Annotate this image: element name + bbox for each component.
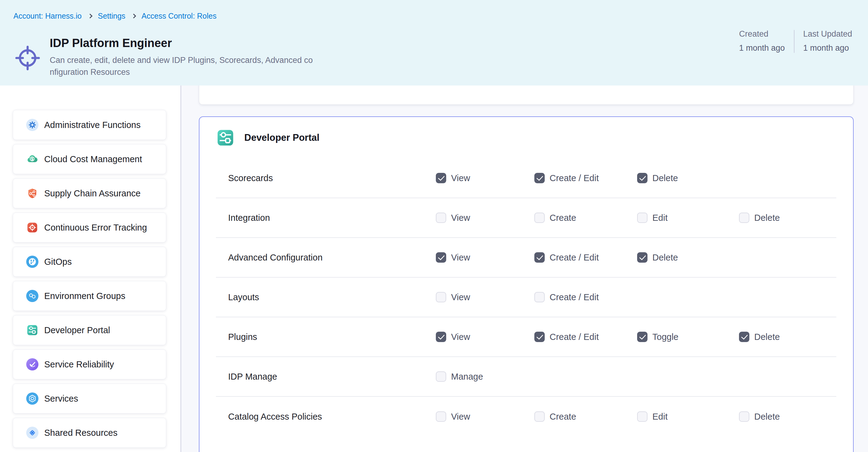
permission-row-layouts: Layouts View Create / Edit xyxy=(216,278,836,317)
plugins-view-checkbox[interactable] xyxy=(436,332,446,342)
plugins-create-edit-checkbox[interactable] xyxy=(534,332,545,342)
permission-cell: Create xyxy=(534,412,576,422)
permission-label: View xyxy=(451,253,470,263)
permission-row-idp-manage: IDP Manage Manage xyxy=(216,357,836,397)
chevron-right-icon xyxy=(131,14,136,19)
permission-label: View xyxy=(451,412,470,422)
permission-cell: Create / Edit xyxy=(534,173,599,183)
advanced-configuration-view-checkbox[interactable] xyxy=(436,252,446,263)
module-title: Developer Portal xyxy=(244,132,319,143)
integration-delete-checkbox[interactable] xyxy=(739,213,749,223)
role-description: Can create, edit, delete and view IDP Pl… xyxy=(50,54,313,78)
breadcrumb-roles-link[interactable]: Access Control: Roles xyxy=(142,11,217,21)
permission-label: Delete xyxy=(652,253,678,263)
last-updated-block: Last Updated 1 month ago xyxy=(803,29,852,53)
permission-label: Toggle xyxy=(652,332,678,342)
permissions-main: Developer Portal Scorecards View Create … xyxy=(181,86,868,452)
advanced-configuration-delete-checkbox[interactable] xyxy=(637,252,648,263)
permission-cell: Delete xyxy=(637,252,678,263)
permission-row-advanced-configuration: Advanced Configuration View Create / Edi… xyxy=(216,238,836,278)
sidebar-item-continuous-error-tracking[interactable]: Continuous Error Tracking xyxy=(13,213,166,243)
scorecards-view-checkbox[interactable] xyxy=(436,173,446,183)
last-updated-label: Last Updated xyxy=(803,29,852,39)
permission-label: Create / Edit xyxy=(550,173,599,183)
permission-cell: View xyxy=(436,332,470,342)
developer-portal-icon xyxy=(26,324,38,336)
sidebar-item-service-reliability[interactable]: Service Reliability xyxy=(13,349,166,379)
permission-label: Create / Edit xyxy=(550,332,599,342)
permission-cell: Delete xyxy=(739,213,780,223)
sidebar-item-label: GitOps xyxy=(44,257,72,267)
permission-cell: Manage xyxy=(436,371,483,382)
sidebar-item-developer-portal[interactable]: Developer Portal xyxy=(13,315,166,345)
permission-label: View xyxy=(451,292,470,302)
cloud-dollar-icon: $ xyxy=(26,153,38,165)
role-crosshair-icon xyxy=(14,42,42,73)
resource-label: Advanced Configuration xyxy=(228,253,323,263)
permission-cell: View xyxy=(436,292,470,302)
plugins-delete-checkbox[interactable] xyxy=(739,332,749,342)
permission-cell: Create / Edit xyxy=(534,292,599,302)
resource-label: Layouts xyxy=(228,292,259,302)
permission-label: Create xyxy=(550,213,576,223)
advanced-configuration-create-edit-checkbox[interactable] xyxy=(534,252,545,263)
sidebar-item-label: Services xyxy=(44,394,78,404)
chevron-right-icon xyxy=(88,14,92,19)
catalog-access-policies-create-checkbox[interactable] xyxy=(534,412,545,422)
role-description-line2: nfiguration Resources xyxy=(50,66,313,78)
roles-detail-page: Account: Harness.io Settings Access Cont… xyxy=(0,0,868,452)
breadcrumb-settings-link[interactable]: Settings xyxy=(98,11,125,21)
resource-label: Integration xyxy=(228,213,270,223)
permission-cell: Delete xyxy=(637,173,678,183)
permission-cell: View xyxy=(436,412,470,422)
permission-label: Edit xyxy=(652,412,668,422)
meta-divider xyxy=(794,30,795,53)
permission-cell: Delete xyxy=(739,412,780,422)
permission-label: Delete xyxy=(652,173,678,183)
sidebar-item-supply-chain-assurance[interactable]: Supply Chain Assurance xyxy=(13,178,166,208)
permission-cell: Create xyxy=(534,213,576,223)
scorecards-create-edit-checkbox[interactable] xyxy=(534,173,545,183)
sidebar-item-services[interactable]: Services xyxy=(13,384,166,414)
sidebar-item-gitops[interactable]: GitOps xyxy=(13,247,166,277)
permission-cell: View xyxy=(436,252,470,263)
layouts-create-edit-checkbox[interactable] xyxy=(534,292,545,302)
integration-edit-checkbox[interactable] xyxy=(637,213,648,223)
permission-label: Create xyxy=(550,412,576,422)
permission-label: View xyxy=(451,213,470,223)
sidebar-item-shared-resources[interactable]: Shared Resources xyxy=(13,418,166,448)
permission-cell: View xyxy=(436,213,470,223)
created-value: 1 month ago xyxy=(739,44,785,53)
sidebar-item-label: Continuous Error Tracking xyxy=(44,223,147,233)
sidebar-item-label: Supply Chain Assurance xyxy=(44,189,141,199)
permission-label: Delete xyxy=(754,213,780,223)
sidebar-item-administrative-functions[interactable]: Administrative Functions xyxy=(13,110,166,140)
permission-row-scorecards: Scorecards View Create / Edit Delete xyxy=(216,159,836,198)
resource-label: Scorecards xyxy=(228,173,273,183)
sidebar-item-environment-groups[interactable]: Environment Groups xyxy=(13,281,166,311)
permission-label: Create / Edit xyxy=(550,292,599,302)
sidebar-item-label: Service Reliability xyxy=(44,360,114,370)
developer-portal-icon xyxy=(216,128,235,147)
idp-manage-manage-checkbox[interactable] xyxy=(436,371,446,382)
scorecards-delete-checkbox[interactable] xyxy=(637,173,648,183)
role-description-line1: Can create, edit, delete and view IDP Pl… xyxy=(50,54,313,66)
resource-label: IDP Manage xyxy=(228,372,277,382)
resource-label: Plugins xyxy=(228,332,257,342)
permission-label: Delete xyxy=(754,412,780,422)
permission-cell: Toggle xyxy=(637,332,678,342)
sidebar-item-cloud-cost-management[interactable]: $ Cloud Cost Management xyxy=(13,144,166,174)
breadcrumb: Account: Harness.io Settings Access Cont… xyxy=(13,11,217,21)
sidebar-item-label: Developer Portal xyxy=(44,325,110,335)
module-header: Developer Portal xyxy=(216,128,319,147)
permission-row-integration: Integration View Create Edit Delete xyxy=(216,198,836,238)
layouts-view-checkbox[interactable] xyxy=(436,292,446,302)
catalog-access-policies-edit-checkbox[interactable] xyxy=(637,412,648,422)
integration-create-checkbox[interactable] xyxy=(534,213,545,223)
catalog-access-policies-view-checkbox[interactable] xyxy=(436,412,446,422)
breadcrumb-account-link[interactable]: Account: Harness.io xyxy=(13,11,82,21)
integration-view-checkbox[interactable] xyxy=(436,213,446,223)
catalog-access-policies-delete-checkbox[interactable] xyxy=(739,412,749,422)
permissions-table: Scorecards View Create / Edit Delete Int… xyxy=(216,159,836,436)
plugins-toggle-checkbox[interactable] xyxy=(637,332,648,342)
